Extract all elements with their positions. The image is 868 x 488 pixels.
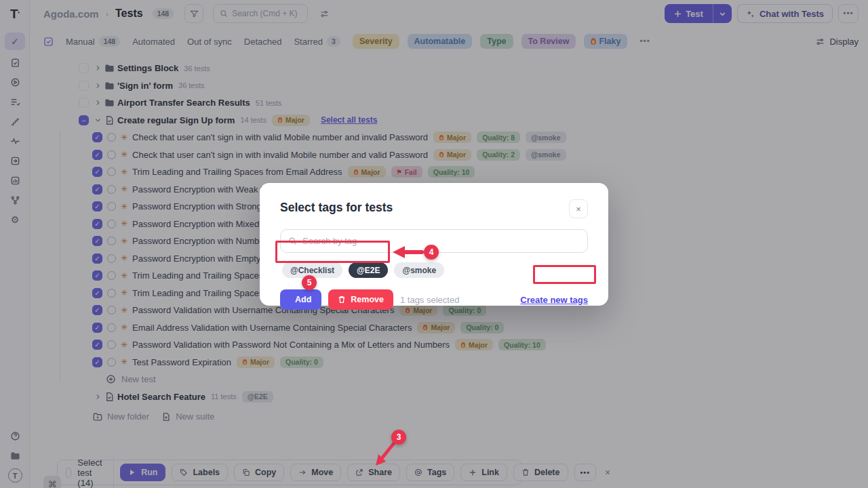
modal-tag-e2e[interactable]: @E2E [349,262,388,278]
annotation-step-4: 4 [424,245,439,260]
annotation-box-tags [275,241,390,263]
modal-title: Select tags for tests [280,201,393,215]
annotation-box-create-link [533,265,596,284]
remove-tags-button[interactable]: Remove [328,289,393,310]
close-icon: × [576,204,581,214]
trash-icon [338,296,346,304]
add-tags-button[interactable]: Add [280,289,321,310]
selected-tags-count: 1 tags selected [400,295,459,305]
modal-close-button[interactable]: × [569,199,588,218]
annotation-step-3: 3 [391,430,406,445]
annotation-step-5: 5 [302,275,317,290]
modal-tag-smoke[interactable]: @smoke [394,262,444,278]
create-new-tags-link[interactable]: Create new tags [520,295,588,305]
